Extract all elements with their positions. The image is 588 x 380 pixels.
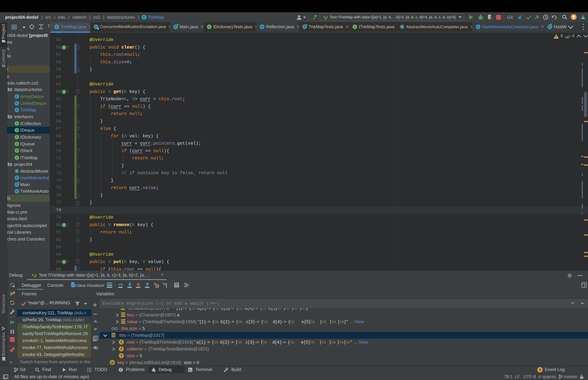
svg-text:9: 9 (13, 292, 15, 294)
